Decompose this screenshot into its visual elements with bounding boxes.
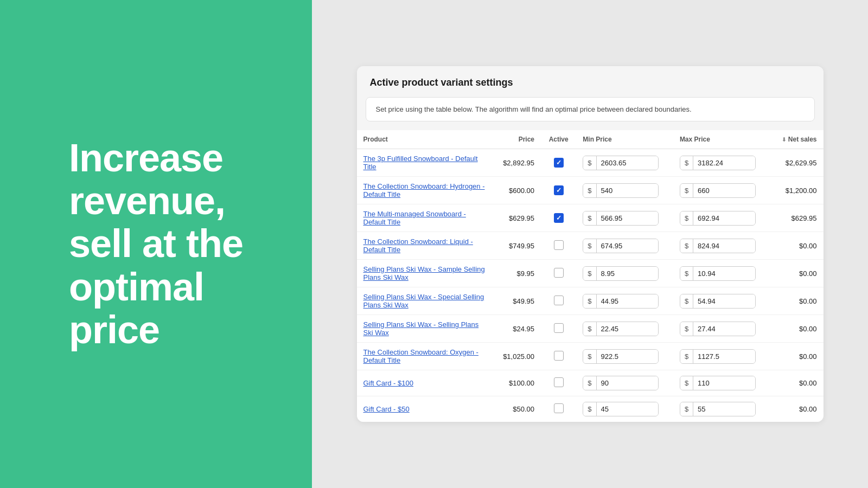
max-price-input[interactable] [693, 211, 755, 225]
product-link[interactable]: Selling Plans Ski Wax - Special Selling … [363, 293, 486, 309]
products-table: Product Price Active Min Price Max Price… [357, 130, 824, 422]
table-row: The Collection Snowboard: Liquid - Defau… [357, 232, 824, 260]
min-price-cell: $ [576, 204, 673, 232]
max-price-input[interactable] [693, 184, 755, 197]
hero-line1: Increase [69, 136, 223, 179]
max-price-input[interactable] [693, 322, 755, 336]
product-link[interactable]: The Collection Snowboard: Oxygen - Defau… [363, 348, 486, 364]
info-text: Set price using the table below. The alg… [376, 105, 692, 113]
max-price-input[interactable] [693, 350, 755, 363]
checkbox-unchecked[interactable] [554, 377, 564, 387]
max-price-prefix: $ [680, 184, 693, 197]
product-link[interactable]: The Collection Snowboard: Liquid - Defau… [363, 237, 486, 254]
product-link[interactable]: The Multi-managed Snowboard - Default Ti… [363, 210, 486, 226]
col-header-active: Active [541, 130, 576, 149]
table-row: Selling Plans Ski Wax - Selling Plans Sk… [357, 315, 824, 343]
min-price-cell: $ [576, 370, 673, 396]
net-sales-cell: $0.00 [770, 343, 823, 370]
max-price-input[interactable] [693, 376, 755, 390]
max-price-input[interactable] [693, 294, 755, 308]
net-sales-cell: $0.00 [770, 232, 823, 260]
product-link[interactable]: Gift Card - $50 [363, 405, 486, 413]
min-price-cell: $ [576, 396, 673, 422]
net-sales-cell: $629.95 [770, 204, 823, 232]
min-price-input[interactable] [597, 350, 659, 363]
product-link[interactable]: The Collection Snowboard: Hydrogen - Def… [363, 182, 486, 198]
product-link[interactable]: The 3p Fulfilled Snowboard - Default Tit… [363, 155, 486, 171]
min-price-input[interactable] [597, 402, 659, 416]
max-price-prefix: $ [680, 211, 693, 225]
price-cell: $600.00 [493, 177, 541, 204]
min-price-input[interactable] [597, 239, 659, 253]
product-link[interactable]: Selling Plans Ski Wax - Sample Selling P… [363, 265, 486, 281]
max-price-cell: $ [673, 370, 770, 396]
max-price-input[interactable] [693, 402, 755, 416]
min-price-cell: $ [576, 343, 673, 370]
min-price-input[interactable] [597, 322, 659, 336]
max-price-input[interactable] [693, 156, 755, 170]
checkbox-checked[interactable] [554, 158, 564, 168]
max-price-prefix: $ [680, 294, 693, 308]
net-sales-cell: $2,629.95 [770, 149, 823, 177]
col-header-max: Max Price [673, 130, 770, 149]
max-price-prefix: $ [680, 376, 693, 390]
checkbox-checked[interactable] [554, 185, 564, 195]
panel-header: Active product variant settings [357, 66, 824, 97]
price-cell: $49.95 [493, 287, 541, 315]
hero-line4: optimal [69, 265, 204, 309]
min-price-input[interactable] [597, 294, 659, 308]
price-cell: $24.95 [493, 315, 541, 343]
min-price-input[interactable] [597, 267, 659, 280]
max-price-cell: $ [673, 260, 770, 287]
min-price-cell: $ [576, 232, 673, 260]
max-price-cell: $ [673, 232, 770, 260]
max-price-input[interactable] [693, 267, 755, 280]
price-cell: $1,025.00 [493, 343, 541, 370]
min-price-cell: $ [576, 287, 673, 315]
max-price-prefix: $ [680, 402, 693, 416]
checkbox-unchecked[interactable] [554, 351, 564, 361]
net-sales-cell: $0.00 [770, 370, 823, 396]
max-price-cell: $ [673, 315, 770, 343]
checkbox-unchecked[interactable] [554, 240, 564, 250]
active-cell[interactable] [541, 287, 576, 315]
min-price-input[interactable] [597, 156, 659, 170]
max-price-cell: $ [673, 204, 770, 232]
active-cell[interactable] [541, 149, 576, 177]
active-cell[interactable] [541, 343, 576, 370]
active-cell[interactable] [541, 177, 576, 204]
checkbox-unchecked[interactable] [554, 323, 564, 333]
active-cell[interactable] [541, 370, 576, 396]
active-cell[interactable] [541, 396, 576, 422]
min-price-cell: $ [576, 177, 673, 204]
col-header-min: Min Price [576, 130, 673, 149]
hero-text: Increase revenue, sell at the optimal pr… [69, 137, 243, 351]
max-price-cell: $ [673, 149, 770, 177]
checkbox-checked[interactable] [554, 213, 564, 223]
active-cell[interactable] [541, 260, 576, 287]
min-price-prefix: $ [583, 294, 596, 308]
max-price-input[interactable] [693, 239, 755, 253]
net-sales-cell: $0.00 [770, 287, 823, 315]
max-price-cell: $ [673, 287, 770, 315]
checkbox-unchecked[interactable] [554, 268, 564, 278]
price-cell: $100.00 [493, 370, 541, 396]
product-link[interactable]: Selling Plans Ski Wax - Selling Plans Sk… [363, 320, 486, 337]
hero-line3: sell at the [69, 222, 243, 265]
active-cell[interactable] [541, 315, 576, 343]
min-price-cell: $ [576, 260, 673, 287]
min-price-input[interactable] [597, 184, 659, 197]
min-price-input[interactable] [597, 211, 659, 225]
table-row: Selling Plans Ski Wax - Sample Selling P… [357, 260, 824, 287]
checkbox-unchecked[interactable] [554, 296, 564, 305]
active-cell[interactable] [541, 232, 576, 260]
net-sales-cell: $0.00 [770, 396, 823, 422]
max-price-prefix: $ [680, 267, 693, 280]
checkbox-unchecked[interactable] [554, 403, 564, 413]
active-cell[interactable] [541, 204, 576, 232]
min-price-prefix: $ [583, 402, 596, 416]
product-link[interactable]: Gift Card - $100 [363, 379, 486, 387]
table-row: The Collection Snowboard: Oxygen - Defau… [357, 343, 824, 370]
min-price-input[interactable] [597, 376, 659, 390]
table-row: Gift Card - $50$50.00$$$0.00 [357, 396, 824, 422]
